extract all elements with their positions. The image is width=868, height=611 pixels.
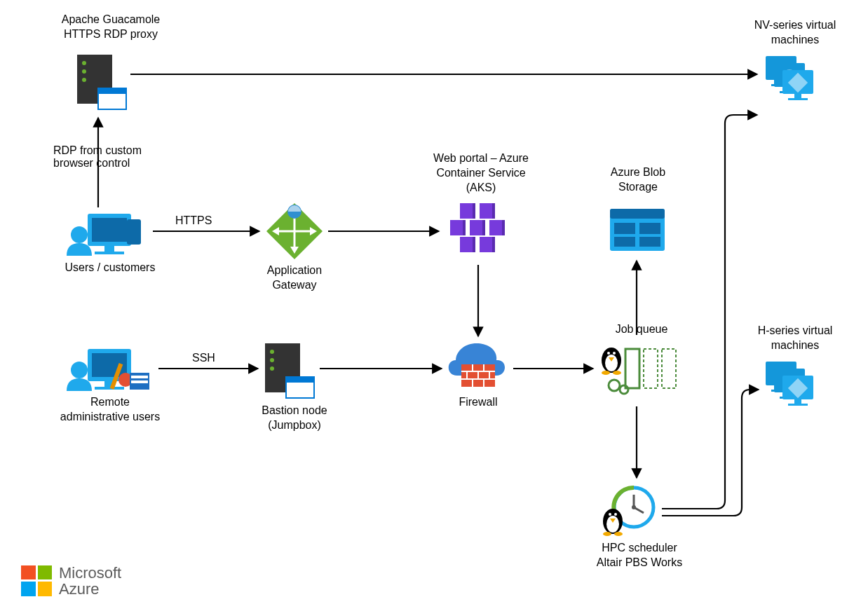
blob-icon [610, 209, 665, 251]
svg-rect-42 [131, 380, 148, 383]
svg-point-111 [614, 532, 623, 536]
svg-point-99 [609, 380, 620, 391]
edge-https-label: HTTPS [175, 214, 212, 227]
svg-point-92 [613, 352, 616, 355]
svg-rect-5 [98, 88, 126, 94]
svg-point-108 [614, 513, 617, 516]
svg-rect-69 [482, 220, 485, 235]
svg-point-106 [606, 516, 619, 533]
jobqueue-icon [602, 348, 676, 394]
bastion-icon [265, 343, 314, 398]
svg-rect-86 [639, 223, 660, 234]
svg-rect-25 [788, 404, 808, 406]
svg-rect-67 [492, 203, 495, 219]
svg-rect-96 [625, 349, 639, 388]
svg-rect-85 [614, 223, 635, 234]
bastion-label: Bastion node (Jumpbox) [238, 404, 351, 433]
aks-icon [450, 203, 505, 252]
svg-point-90 [605, 355, 618, 371]
nv-label: NV-series virtual machines [739, 18, 851, 48]
svg-rect-15 [788, 98, 808, 100]
edge-ssh-label: SSH [192, 352, 215, 364]
svg-rect-30 [95, 252, 124, 254]
users-icon [67, 214, 141, 256]
svg-rect-97 [644, 349, 658, 388]
guacamole-icon [77, 55, 126, 109]
svg-rect-66 [473, 203, 475, 219]
appgw-label: Application Gateway [252, 263, 337, 293]
admins-label: Remote administrative users [43, 395, 177, 425]
svg-point-37 [71, 362, 88, 378]
svg-point-91 [607, 352, 610, 355]
blob-label: Azure Blob Storage [596, 165, 680, 195]
svg-rect-88 [639, 237, 660, 247]
svg-rect-58 [286, 377, 314, 383]
svg-point-3 [82, 78, 86, 82]
svg-rect-14 [794, 94, 801, 98]
nv-vm-icon [766, 56, 813, 100]
hpc-label: HPC scheduler Altair PBS Works [583, 541, 696, 570]
guacamole-label: Apache Guacamole HTTPS RDP proxy [41, 13, 181, 42]
svg-point-55 [270, 358, 274, 362]
svg-point-100 [620, 385, 628, 394]
svg-rect-29 [104, 246, 114, 252]
svg-rect-71 [473, 237, 475, 252]
svg-point-56 [270, 366, 274, 371]
aks-label: Web portal – Azure Container Service (AK… [418, 151, 544, 195]
svg-point-32 [71, 226, 88, 243]
jobq-label: Job queue [603, 322, 680, 337]
svg-rect-28 [92, 218, 127, 242]
svg-rect-87 [614, 237, 635, 247]
edge-rdp-label: RDP from custom browser control [53, 144, 158, 170]
svg-rect-84 [610, 209, 665, 219]
svg-point-107 [609, 513, 611, 516]
svg-point-94 [602, 371, 610, 375]
svg-rect-41 [131, 376, 148, 378]
svg-rect-31 [127, 219, 141, 245]
footer-product: Azure [59, 581, 121, 597]
svg-rect-68 [463, 220, 466, 235]
h-vm-icon [766, 362, 813, 406]
svg-point-54 [270, 350, 274, 354]
edge-hpc-h [662, 390, 759, 516]
users-label: Users / customers [50, 261, 170, 275]
appgw-icon [266, 203, 323, 259]
azure-logo: Microsoft Azure [21, 565, 121, 597]
firewall-label: Firewall [443, 395, 513, 410]
svg-rect-24 [794, 399, 801, 404]
svg-point-95 [613, 371, 621, 375]
svg-point-104 [632, 505, 636, 509]
ms-logo-icon [21, 565, 52, 596]
svg-point-110 [603, 532, 611, 536]
h-label: H-series virtual machines [739, 324, 851, 353]
svg-rect-72 [492, 237, 495, 252]
firewall-icon [449, 343, 505, 387]
svg-point-2 [82, 69, 86, 74]
svg-rect-98 [662, 349, 676, 388]
svg-point-1 [82, 61, 86, 65]
hpc-icon [603, 488, 653, 536]
svg-rect-36 [95, 387, 124, 390]
svg-rect-70 [502, 220, 505, 235]
footer-brand: Microsoft [59, 565, 121, 581]
admins-icon [67, 349, 149, 391]
